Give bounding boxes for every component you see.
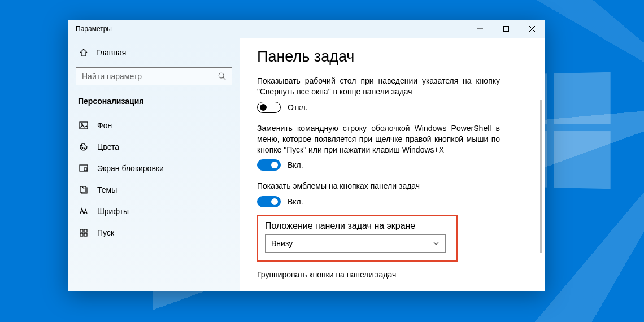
start-icon	[79, 228, 88, 237]
sidebar-section-title: Персонализация	[76, 93, 232, 115]
sidebar-item-label: Цвета	[97, 142, 119, 151]
toggle-show-badges[interactable]	[257, 196, 281, 207]
setting-powershell-replace: Заменить командную строку оболочкой Wind…	[257, 123, 500, 171]
setting-label: Заменить командную строку оболочкой Wind…	[257, 123, 500, 155]
window-title: Параметры	[68, 25, 467, 33]
window-maximize-button[interactable]	[493, 20, 519, 38]
toggle-powershell-replace[interactable]	[257, 159, 281, 171]
sidebar-item-start[interactable]: Пуск	[76, 222, 232, 243]
setting-show-badges: Показать эмблемы на кнопках панели задач…	[257, 181, 500, 207]
themes-icon	[79, 185, 88, 194]
svg-point-8	[81, 145, 82, 146]
setting-label: Показать эмблемы на кнопках панели задач	[257, 181, 500, 192]
dropdown-selected-value: Внизу	[271, 239, 293, 248]
sidebar-item-label: Фон	[97, 121, 112, 130]
svg-point-4	[219, 73, 224, 78]
sidebar-home-link[interactable]: Главная	[76, 43, 232, 62]
close-icon	[529, 26, 535, 32]
window-minimize-button[interactable]	[467, 20, 493, 38]
palette-icon	[79, 142, 88, 151]
setting-label: Положение панели задач на экране	[265, 221, 450, 231]
window-close-button[interactable]	[519, 20, 545, 38]
minimize-icon	[477, 26, 483, 32]
sidebar-item-fonts[interactable]: Шрифты	[76, 201, 232, 222]
home-icon	[79, 48, 88, 57]
search-icon	[218, 72, 226, 80]
search-input[interactable]: Найти параметр	[76, 67, 232, 85]
sidebar-item-label: Экран блокировки	[97, 164, 164, 173]
scrollbar[interactable]	[540, 100, 542, 253]
setting-label: Показывать рабочий стол при наведении ук…	[257, 76, 500, 97]
sidebar-item-themes[interactable]: Темы	[76, 179, 232, 201]
toggle-state-text: Вкл.	[288, 160, 303, 169]
svg-rect-1	[504, 27, 509, 32]
sidebar-item-label: Темы	[97, 185, 117, 194]
window-titlebar: Параметры	[68, 20, 545, 38]
settings-window: Параметры Главная Найти параметр Персона…	[68, 20, 545, 291]
sidebar-item-label: Пуск	[97, 228, 114, 237]
sidebar-home-label: Главная	[96, 48, 126, 57]
toggle-state-text: Вкл.	[288, 197, 303, 206]
page-heading: Панель задач	[257, 48, 528, 66]
svg-rect-6	[80, 122, 88, 129]
sidebar-item-lockscreen[interactable]: Экран блокировки	[76, 158, 232, 179]
maximize-icon	[503, 26, 509, 32]
fonts-icon	[79, 207, 88, 216]
svg-rect-17	[84, 233, 87, 236]
lockscreen-icon	[79, 164, 88, 173]
sidebar-item-colors[interactable]: Цвета	[76, 136, 232, 158]
svg-rect-15	[84, 229, 87, 232]
sidebar-item-label: Шрифты	[97, 207, 129, 216]
search-placeholder: Найти параметр	[82, 72, 218, 81]
setting-group-buttons: Группировать кнопки на панели задач	[257, 269, 500, 280]
sidebar: Главная Найти параметр Персонализация Фо…	[68, 38, 240, 291]
setting-label: Группировать кнопки на панели задач	[257, 269, 500, 280]
svg-rect-12	[84, 168, 87, 171]
setting-peek-desktop: Показывать рабочий стол при наведении ук…	[257, 76, 500, 113]
toggle-state-text: Откл.	[288, 103, 308, 112]
svg-line-5	[223, 77, 225, 80]
svg-rect-14	[80, 229, 83, 232]
content-panel: Панель задач Показывать рабочий стол при…	[240, 38, 545, 291]
sidebar-item-background[interactable]: Фон	[76, 115, 232, 136]
svg-point-7	[81, 124, 83, 125]
svg-point-9	[82, 147, 83, 149]
svg-point-10	[84, 148, 85, 149]
svg-rect-16	[80, 233, 83, 236]
chevron-down-icon	[433, 240, 440, 247]
highlighted-taskbar-position: Положение панели задач на экране Внизу	[257, 215, 458, 262]
toggle-peek-desktop[interactable]	[257, 102, 281, 113]
taskbar-position-dropdown[interactable]: Внизу	[265, 234, 446, 253]
picture-icon	[79, 121, 88, 130]
